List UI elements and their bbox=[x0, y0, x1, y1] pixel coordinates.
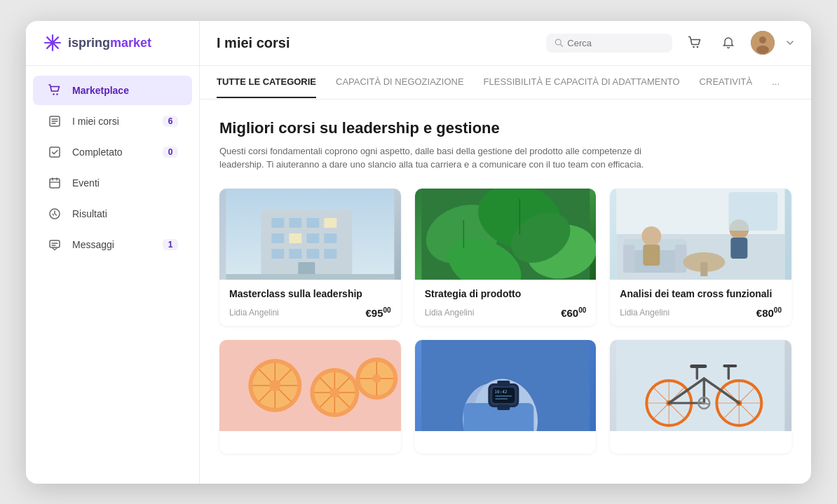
tab-creativity[interactable]: CREATIVITÀ bbox=[700, 67, 753, 98]
sidebar-item-events[interactable]: Eventi bbox=[33, 168, 192, 198]
tab-all-categories[interactable]: TUTTE LE CATEGORIE bbox=[217, 67, 316, 98]
logo-ispring: ispring bbox=[68, 36, 110, 50]
course-thumb-3 bbox=[610, 189, 791, 280]
svg-point-22 bbox=[693, 46, 695, 48]
course-info-2: Strategia di prodotto Lidia Angelini €60… bbox=[415, 280, 597, 326]
svg-point-26 bbox=[756, 46, 769, 54]
svg-rect-17 bbox=[50, 240, 60, 247]
sidebar-item-results[interactable]: Risultati bbox=[33, 199, 192, 229]
tab-negotiation[interactable]: CAPACITÀ DI NEGOZIAZIONE bbox=[336, 67, 464, 98]
svg-rect-63 bbox=[701, 262, 708, 276]
results-icon bbox=[47, 206, 62, 222]
main-area: I miei corsi bbox=[200, 21, 811, 484]
svg-rect-36 bbox=[324, 233, 336, 243]
svg-rect-96 bbox=[497, 404, 510, 410]
search-icon bbox=[554, 38, 563, 48]
svg-point-79 bbox=[329, 388, 339, 397]
course-card-6[interactable] bbox=[610, 340, 791, 454]
completed-badge: 0 bbox=[163, 147, 178, 158]
course-author-1: Lidia Angelini bbox=[229, 308, 279, 318]
sidebar-label-messages: Messaggi bbox=[72, 239, 163, 250]
svg-rect-61 bbox=[731, 238, 748, 259]
svg-point-25 bbox=[759, 36, 766, 43]
course-card-1[interactable]: Masterclass sulla leadership Lidia Angel… bbox=[219, 189, 401, 326]
sidebar-item-completed[interactable]: Completato 0 bbox=[33, 137, 192, 167]
search-box[interactable] bbox=[546, 34, 672, 53]
course-thumb-1 bbox=[219, 189, 401, 280]
course-info-1: Masterclass sulla leadership Lidia Angel… bbox=[219, 280, 401, 326]
sidebar-item-messages[interactable]: Messaggi 1 bbox=[33, 230, 192, 259]
page-title: I miei corsi bbox=[217, 35, 535, 51]
course-footer-3: Lidia Angelini €8000 bbox=[620, 306, 782, 319]
my-courses-badge: 6 bbox=[163, 116, 178, 127]
course-author-3: Lidia Angelini bbox=[620, 308, 669, 318]
svg-point-5 bbox=[53, 93, 54, 95]
svg-rect-42 bbox=[226, 274, 394, 280]
svg-rect-35 bbox=[306, 233, 319, 243]
svg-rect-32 bbox=[324, 218, 336, 228]
course-info-6 bbox=[610, 431, 791, 454]
cart-header-icon[interactable] bbox=[683, 32, 706, 54]
svg-rect-12 bbox=[50, 179, 60, 188]
svg-rect-34 bbox=[289, 233, 301, 243]
course-footer-1: Lidia Angelini €9500 bbox=[229, 306, 391, 319]
course-name-2: Strategia di prodotto bbox=[425, 288, 587, 299]
svg-line-21 bbox=[560, 44, 562, 46]
section-description: Questi corsi fondamentali coprono ogni a… bbox=[219, 144, 654, 172]
sidebar-item-my-courses[interactable]: I miei corsi 6 bbox=[33, 107, 192, 136]
course-info-5 bbox=[415, 431, 597, 454]
svg-rect-98 bbox=[617, 340, 785, 431]
calendar-icon bbox=[47, 175, 62, 191]
course-name-1: Masterclass sulla leadership bbox=[229, 288, 391, 299]
sidebar-nav: Marketplace I miei corsi 6 bbox=[26, 66, 199, 269]
course-thumb-4 bbox=[219, 340, 401, 431]
course-card-3[interactable]: Analisi dei team cross funzionali Lidia … bbox=[610, 189, 791, 326]
svg-point-84 bbox=[372, 374, 381, 383]
svg-rect-40 bbox=[324, 249, 336, 259]
svg-rect-31 bbox=[306, 218, 319, 228]
course-thumb-2 bbox=[415, 189, 597, 280]
courses-icon bbox=[47, 114, 62, 129]
avatar[interactable] bbox=[751, 31, 775, 55]
course-info-4 bbox=[219, 431, 401, 454]
logo-market: market bbox=[110, 36, 151, 50]
cart-icon bbox=[47, 83, 62, 98]
course-card-4[interactable] bbox=[219, 340, 401, 454]
check-icon bbox=[47, 144, 62, 160]
sidebar-label-my-courses: I miei corsi bbox=[72, 116, 163, 127]
tab-more[interactable]: ... bbox=[772, 67, 780, 98]
course-thumb-5: 10:42 bbox=[415, 340, 597, 431]
svg-rect-64 bbox=[729, 192, 778, 231]
course-card-5[interactable]: 10:42 bbox=[415, 340, 597, 454]
logo: ispringmarket bbox=[26, 21, 199, 66]
svg-rect-11 bbox=[50, 147, 60, 157]
search-input[interactable] bbox=[567, 38, 664, 48]
svg-rect-38 bbox=[289, 249, 301, 259]
course-card-2[interactable]: Strategia di prodotto Lidia Angelini €60… bbox=[415, 189, 597, 326]
sidebar-label-completed: Completato bbox=[72, 147, 163, 158]
messages-badge: 1 bbox=[163, 239, 178, 250]
course-name-3: Analisi dei team cross funzionali bbox=[620, 288, 782, 299]
svg-rect-37 bbox=[271, 249, 284, 259]
svg-rect-118 bbox=[723, 365, 737, 367]
course-thumb-6 bbox=[610, 340, 791, 431]
course-author-2: Lidia Angelini bbox=[425, 308, 475, 318]
messages-icon bbox=[47, 237, 62, 252]
svg-text:10:42: 10:42 bbox=[494, 389, 507, 394]
tab-flexibility[interactable]: FLESSIBILITÀ E CAPACITÀ DI ADATTAMENTO bbox=[484, 67, 680, 98]
bell-icon[interactable] bbox=[717, 32, 740, 54]
logo-icon bbox=[43, 33, 62, 53]
header: I miei corsi bbox=[200, 21, 811, 66]
svg-point-6 bbox=[56, 93, 57, 95]
svg-rect-56 bbox=[624, 245, 635, 273]
svg-rect-94 bbox=[495, 398, 508, 400]
svg-rect-93 bbox=[495, 395, 512, 397]
sidebar-item-marketplace[interactable]: Marketplace bbox=[33, 76, 192, 105]
course-footer-2: Lidia Angelini €6000 bbox=[425, 306, 587, 319]
svg-rect-33 bbox=[271, 233, 284, 243]
svg-point-58 bbox=[642, 226, 662, 246]
course-price-1: €9500 bbox=[366, 306, 391, 319]
chevron-down-icon bbox=[786, 39, 794, 47]
svg-point-23 bbox=[697, 46, 699, 48]
svg-rect-59 bbox=[644, 245, 660, 266]
